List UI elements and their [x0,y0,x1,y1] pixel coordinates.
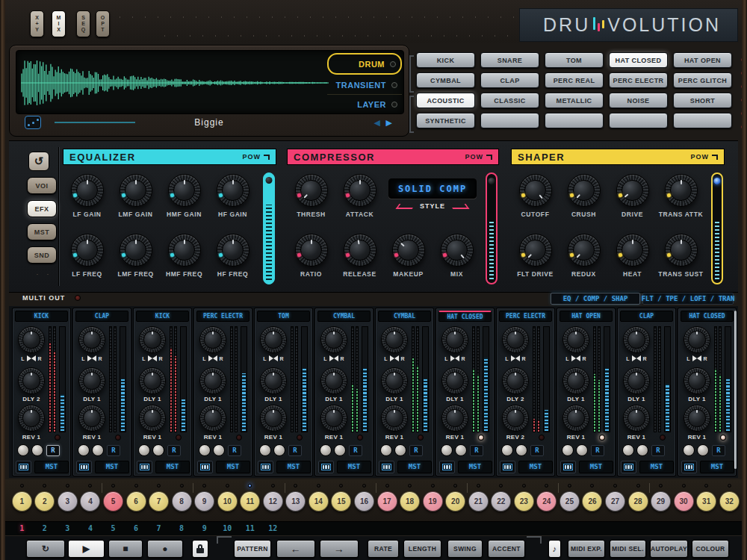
knob[interactable] [381,405,408,432]
step-pad-24[interactable]: 24 [536,491,557,511]
channel-r-button[interactable]: R [46,445,60,456]
category-button-perc-glitch[interactable]: PERC GLITCH [673,72,732,88]
category-button-acoustic[interactable]: ACOUSTIC [416,93,475,108]
channel-round-button-1[interactable] [562,444,574,456]
knob[interactable] [441,234,474,267]
pan-indicator[interactable]: LR [619,355,654,361]
knob[interactable] [616,234,649,267]
category-button-empty[interactable] [673,113,732,128]
knob[interactable] [665,234,698,267]
knob[interactable] [168,174,201,207]
knob[interactable] [18,405,45,432]
category-button-metallic[interactable]: METALLIC [545,93,604,108]
knob[interactable] [199,326,226,353]
knob[interactable] [120,234,152,267]
pattern-next-button[interactable]: → [320,540,359,558]
category-button-perc-real[interactable]: PERC REAL [545,72,604,88]
category-button-short[interactable]: SHORT [673,93,732,108]
knob[interactable] [78,367,105,394]
seq-mode-length-button[interactable]: LENGTH [403,540,441,558]
knob[interactable] [684,405,710,432]
knob[interactable] [71,234,104,267]
knob[interactable] [502,405,529,432]
channel-r-button[interactable]: R [591,445,604,456]
step-pad-23[interactable]: 23 [514,491,534,511]
step-pad-26[interactable]: 26 [582,491,602,511]
keyboard-icon[interactable] [137,461,152,473]
category-button-empty[interactable] [609,113,668,128]
channel-output-display[interactable]: MST [397,461,432,473]
step-pad-29[interactable]: 29 [651,491,671,511]
top-nav-x-y[interactable]: X+Y [30,10,44,37]
channel-output-display[interactable]: MST [216,461,250,473]
step-pad-28[interactable]: 28 [628,491,648,511]
step-pad-14[interactable]: 14 [309,491,329,511]
step-pad-19[interactable]: 19 [423,491,443,511]
knob[interactable] [199,367,226,394]
power-switch[interactable]: POW [465,153,493,161]
step-pad-32[interactable]: 32 [719,491,740,511]
keyboard-icon[interactable] [621,461,636,473]
step-pad-2[interactable]: 2 [34,491,55,511]
fx-fader[interactable] [263,172,275,284]
keyboard-icon[interactable] [318,461,334,473]
step-pad-11[interactable]: 11 [240,491,260,511]
knob[interactable] [71,174,104,207]
category-button-classic[interactable]: CLASSIC [480,93,539,108]
knob[interactable] [320,405,347,432]
channel-round-button-1[interactable] [380,444,392,456]
fader-thumb[interactable] [714,178,721,184]
knob[interactable] [78,326,105,353]
knob[interactable] [568,174,601,207]
knob[interactable] [684,326,710,353]
knob[interactable] [295,234,328,267]
category-button-noise[interactable]: NOISE [609,93,668,108]
pan-indicator[interactable]: LR [680,355,714,361]
midi-exp-button[interactable]: MIDI EXP. [568,540,605,558]
channel-round-button-2[interactable] [455,444,467,456]
step-pad-13[interactable]: 13 [285,491,306,511]
step-pad-21[interactable]: 21 [468,491,489,511]
channel-r-button[interactable]: R [530,445,544,456]
top-nav-seq[interactable]: SEQ [76,10,90,37]
seq-mode-accent-button[interactable]: ACCENT [488,540,525,558]
loop-button[interactable]: ↻ [26,540,65,558]
step-pad-31[interactable]: 31 [696,491,716,511]
channel-name-display[interactable]: PERC ELECTR [499,311,552,322]
channel-output-display[interactable]: MST [579,461,613,473]
channel-name-display[interactable]: CYMBAL [317,311,371,322]
mixer-tab-eq-comp-shap[interactable]: EQ / COMP / SHAP [551,293,640,305]
channel-r-button[interactable]: R [470,445,483,456]
step-pad-1[interactable]: 1 [12,491,32,511]
power-switch[interactable]: POW [691,153,719,161]
step-pad-3[interactable]: 3 [58,491,78,511]
pan-indicator[interactable]: LR [498,355,533,361]
category-button-hat-open[interactable]: HAT OPEN [673,52,732,68]
channel-name-display[interactable]: KICK [136,311,189,322]
channel-output-display[interactable]: MST [155,461,190,473]
knob[interactable] [519,234,552,267]
seq-mode-swing-button[interactable]: SWING [447,540,483,558]
channel-output-display[interactable]: MST [34,461,69,473]
channel-round-button-1[interactable] [78,444,90,456]
knob[interactable] [320,367,347,394]
mixer-tab-flt-tpe-lofi-tran[interactable]: FLT / TPE / LOFI / TRAN [642,293,734,305]
knob[interactable] [562,326,589,353]
side-nav-mst[interactable]: MST [27,223,57,240]
pan-indicator[interactable]: LR [377,355,412,361]
step-pad-5[interactable]: 5 [103,491,123,511]
channel-output-display[interactable]: MST [95,461,129,473]
keyboard-icon[interactable] [76,461,92,473]
note-value-button[interactable]: ♪ [548,540,561,558]
category-button-synthetic[interactable]: SYNTHETIC [416,113,475,128]
knob[interactable] [217,174,249,207]
multi-out-led[interactable] [75,295,81,301]
top-nav-mix[interactable]: MIX [52,10,66,37]
knob[interactable] [260,367,287,394]
knob[interactable] [260,326,287,353]
pan-indicator[interactable]: LR [14,355,49,361]
side-nav-efx[interactable]: EFX [27,200,57,217]
knob[interactable] [623,326,650,353]
side-nav-snd[interactable]: SND [27,246,57,264]
keyboard-icon[interactable] [500,461,515,473]
